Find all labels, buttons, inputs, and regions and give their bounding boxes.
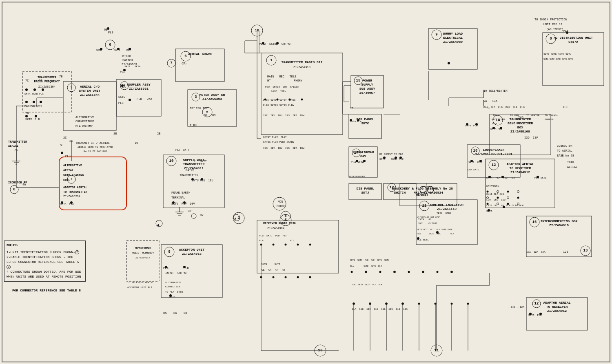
diagram-container: NOTES 1-UNIT IDENTIFICATION NUMBER SHOWN… <box>0 0 612 364</box>
note-2: 2-CABLE IDENTIFICATION SHOWN - IBU <box>7 255 83 260</box>
note-1: 1-UNIT IDENTIFICATION NUMBER SHOWN-2 <box>7 250 83 255</box>
notes-title: NOTES <box>7 243 83 249</box>
notes-box: NOTES 1-UNIT IDENTIFICATION NUMBER SHOWN… <box>4 240 86 282</box>
note-3: 3-FOR CONNECTOR REFERENCE SEE TABLE 5 3 <box>7 260 83 269</box>
note-4: 4-CONNECTORS SHOWN DOTTED, ARE FOR USE W… <box>7 269 83 279</box>
